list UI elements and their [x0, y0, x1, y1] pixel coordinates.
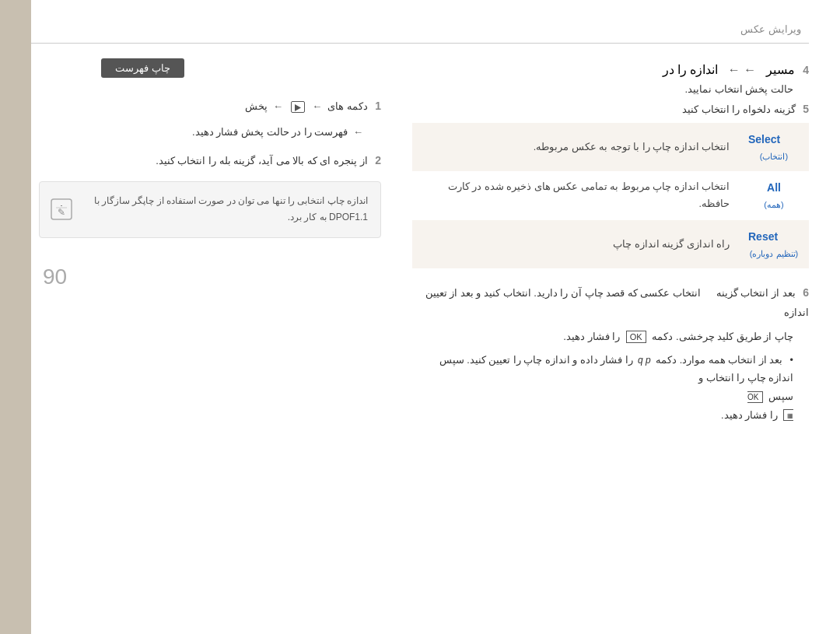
top-border — [31, 43, 809, 44]
step6-text-part: بعد از انتخاب گزینه — [716, 287, 796, 299]
step6-body: چاپ از طریق کلید چرخشی. دکمه OK را فشار … — [412, 328, 809, 347]
option-all-desc: انتخاب اندازه چاپ مربوط به تمامی عکس های… — [412, 171, 739, 220]
option-select-label: Select (انتخاب) — [739, 123, 809, 171]
step6-ok-icon: OK — [626, 331, 646, 343]
step1-arrow2: ← — [273, 98, 283, 115]
step2-number: 2 — [375, 154, 381, 166]
step6: 6 بعد از انتخاب گزینه انتخاب عکسی که قصد… — [412, 282, 809, 425]
all-label-text: All — [748, 179, 800, 198]
info-text: اندازه چاپ انتخابی را تنها می توان در صو… — [94, 195, 368, 223]
reset-desc-text: راه اندازی گزینه اندازه چاپ — [613, 239, 730, 250]
qp-label: q p — [638, 355, 651, 366]
step6-bullet: • بعد از انتخاب همه موارد. دکمه q p را ف… — [412, 352, 809, 389]
select-desc-text: انتخاب اندازه چاپ را با توجه به عکس مربو… — [534, 142, 730, 152]
step2-text2: بله را انتخاب کنید. — [156, 155, 230, 166]
step4-label: مسیر — [766, 63, 795, 76]
page-number: 90 — [43, 264, 67, 289]
step6-bullet-text: بعد از انتخاب همه موارد. دکمه — [656, 355, 782, 366]
all-desc-text: انتخاب اندازه چاپ مربوط به تمامی عکس های… — [448, 181, 730, 208]
option-select-desc: انتخاب اندازه چاپ را با توجه به عکس مربو… — [412, 123, 739, 171]
step4: 4 مسیر ← ← اندازه را در — [412, 62, 809, 77]
step6-number: 6 — [803, 286, 809, 299]
option-row-all: All (همه) انتخاب اندازه چاپ مربوط به تما… — [412, 171, 809, 220]
step1-label: دکمه های — [327, 100, 368, 112]
svg-text:✎: ✎ — [58, 207, 65, 218]
step2-text: از پنجره ای که بالا می آید، گزینه — [233, 155, 367, 166]
step5: 5 گزینه دلخواه را انتخاب کنید — [412, 103, 809, 115]
option-reset-label: Reset (تنظیم دوباره) — [739, 220, 809, 268]
step1-desc: ← فهرست را در حالت پخش فشار دهید. — [39, 124, 381, 141]
step1-desc-text: فهرست را در حالت پخش فشار دهید. — [192, 126, 348, 138]
select-label-text: Select — [748, 131, 800, 149]
step1: 1 دکمه های ← ← پخش — [39, 97, 381, 116]
step1-number: 1 — [375, 100, 381, 112]
step4-number: 4 — [803, 64, 809, 76]
reset-label-sub: (تنظیم دوباره) — [748, 247, 800, 261]
page-wrapper: ویرایش عکس 90 چاپ فهرست 1 دکمه های ← ← پ… — [0, 0, 840, 634]
options-table: Select (انتخاب) انتخاب اندازه چاپ را با … — [412, 123, 809, 268]
select-label-sub: (انتخاب) — [748, 149, 800, 164]
step1-arrow1: ← — [312, 98, 322, 115]
step6-bullet-cont: سپس OK▦ را فشار دهید. — [412, 388, 809, 426]
step4-desc-text: حالت پخش انتخاب نمایید. — [685, 83, 793, 95]
right-column: 4 مسیر ← ← اندازه را در حالت پخش انتخاب … — [412, 62, 809, 426]
step1-play-label: پخش — [245, 100, 268, 112]
option-row-reset: Reset (تنظیم دوباره) راه اندازی گزینه ان… — [412, 220, 809, 268]
step6-bullet-text3: سپس — [768, 391, 793, 402]
step6-bullet-text4: را فشار دهید. — [721, 410, 777, 421]
left-sidebar-strip — [0, 0, 31, 634]
step6-header: 6 بعد از انتخاب گزینه انتخاب عکسی که قصد… — [412, 282, 809, 322]
step4-size: اندازه را در — [663, 63, 719, 76]
header-title: ویرایش عکس — [740, 23, 801, 35]
step5-desc: گزینه دلخواه را انتخاب کنید — [682, 103, 795, 115]
option-all-label: All (همه) — [739, 171, 809, 220]
bullet-char: • — [790, 355, 793, 366]
step6-body-text2: را فشار دهید. — [563, 331, 620, 342]
step6-body-text: چاپ از طریق کلید چرخشی. دکمه — [652, 331, 793, 342]
step2: 2 از پنجره ای که بالا می آید، گزینه بله … — [39, 152, 381, 170]
option-row-select: Select (انتخاب) انتخاب اندازه چاپ را با … — [412, 123, 809, 171]
option-reset-desc: راه اندازی گزینه اندازه چاپ — [412, 220, 739, 268]
svg-marker-0 — [295, 104, 301, 111]
info-box: ✎ اندازه چاپ انتخابی را تنها می توان در … — [39, 181, 381, 238]
play-icon — [291, 101, 305, 113]
info-icon: ✎ — [51, 198, 72, 220]
step4-arrows: ← ← — [728, 63, 756, 76]
step1-desc-arrow: ← — [353, 124, 363, 141]
reset-label-text: Reset — [748, 228, 800, 247]
step4-desc: حالت پخش انتخاب نمایید. — [412, 83, 809, 95]
left-column: 1 دکمه های ← ← پخش ← فهرست را در حالت پخ… — [39, 62, 381, 238]
all-label-sub: (همه) — [748, 198, 800, 212]
step5-number: 5 — [803, 103, 809, 115]
